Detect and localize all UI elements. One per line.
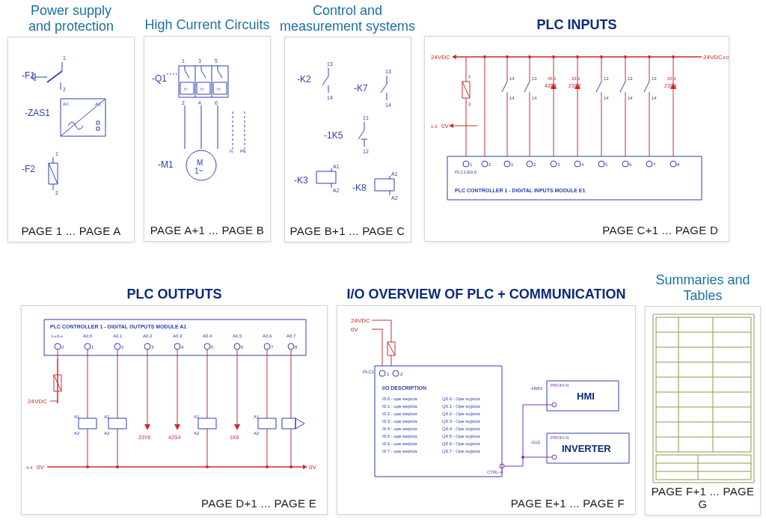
schematic-hcc: -Q1 1 3 5 I> I> bbox=[144, 37, 272, 224]
svg-text:6: 6 bbox=[215, 100, 218, 106]
svg-point-240 bbox=[116, 465, 119, 468]
svg-marker-197 bbox=[174, 424, 180, 430]
panel-outputs: PLC CONTROLLER 1 - DIGITAL OUTPUTS MODUL… bbox=[21, 305, 328, 515]
svg-text:N: N bbox=[230, 149, 233, 153]
svg-text:I0.3 - ope wejścia: I0.3 - ope wejścia bbox=[382, 419, 417, 424]
svg-text:A1: A1 bbox=[194, 415, 200, 419]
svg-text:14: 14 bbox=[327, 95, 333, 100]
row-bottom: PLC OUTPUTS PLC CONTROLLER 1 - DIGITAL O… bbox=[7, 272, 759, 519]
svg-text:Q0.1 - Ope wyjścia: Q0.1 - Ope wyjścia bbox=[442, 404, 480, 409]
svg-text:13: 13 bbox=[385, 69, 391, 74]
svg-line-88 bbox=[462, 82, 470, 98]
svg-line-28 bbox=[201, 70, 206, 78]
svg-text:A2: A2 bbox=[104, 431, 110, 435]
svg-text:PROFI-N: PROFI-N bbox=[551, 383, 569, 388]
svg-text:PE: PE bbox=[240, 149, 246, 153]
svg-text:A0.2: A0.2 bbox=[143, 334, 153, 338]
svg-point-239 bbox=[86, 465, 89, 468]
svg-text:0V: 0V bbox=[351, 326, 358, 333]
schematic-control: -K2 13 14 -K7 13 14 -1K5 bbox=[285, 37, 412, 224]
svg-text:14: 14 bbox=[509, 96, 515, 100]
svg-rect-299 bbox=[656, 455, 751, 480]
svg-text:23S4: 23S4 bbox=[664, 83, 676, 88]
svg-text:12: 12 bbox=[363, 149, 369, 154]
svg-text:1K6: 1K6 bbox=[230, 435, 239, 440]
svg-line-16 bbox=[49, 163, 58, 184]
svg-text:23S2: 23S2 bbox=[569, 83, 580, 88]
svg-text:2: 2 bbox=[63, 87, 66, 92]
col-tables: Summaries and Tables bbox=[645, 272, 761, 519]
svg-text:24VDC: 24VDC bbox=[431, 54, 450, 61]
svg-rect-287 bbox=[653, 314, 754, 483]
title-comm: I/O OVERVIEW OF PLC + COMMUNICATION bbox=[347, 272, 626, 305]
title-hcc: High Current Circuits bbox=[144, 3, 269, 36]
svg-rect-203 bbox=[198, 418, 216, 429]
svg-text:I0.4 - ope wejścia: I0.4 - ope wejścia bbox=[382, 426, 417, 431]
svg-text:13: 13 bbox=[327, 61, 333, 67]
svg-rect-12 bbox=[96, 127, 99, 130]
svg-text:I0.5 - ope wejścia: I0.5 - ope wejścia bbox=[382, 434, 417, 438]
svg-line-103 bbox=[524, 82, 530, 92]
svg-line-26 bbox=[185, 70, 189, 78]
inverter-text: INVERTER bbox=[562, 443, 611, 454]
svg-text:A1: A1 bbox=[333, 164, 340, 169]
col-outputs: PLC OUTPUTS PLC CONTROLLER 1 - DIGITAL O… bbox=[21, 272, 328, 519]
svg-text:A0.0: A0.0 bbox=[83, 334, 93, 338]
svg-text:I0.0 - ope wejścia: I0.0 - ope wejścia bbox=[382, 397, 417, 401]
svg-marker-85 bbox=[449, 123, 453, 128]
svg-text:A0.6: A0.6 bbox=[263, 334, 272, 338]
svg-text:11: 11 bbox=[363, 115, 369, 120]
label-1K5: -1K5 bbox=[324, 130, 343, 141]
svg-text:CTRL-4: CTRL-4 bbox=[487, 470, 503, 474]
svg-text:I/O DESCRIPTION: I/O DESCRIPTION bbox=[382, 385, 426, 391]
svg-line-30 bbox=[218, 70, 222, 78]
svg-rect-68 bbox=[316, 171, 336, 183]
svg-line-127 bbox=[620, 82, 625, 92]
svg-text:1~: 1~ bbox=[194, 167, 203, 175]
svg-text:PLC1: PLC1 bbox=[363, 370, 375, 374]
svg-text:1.3: 1.3 bbox=[431, 124, 438, 129]
svg-text:23Y6: 23Y6 bbox=[138, 435, 150, 440]
svg-text:PLC1:E0.0: PLC1:E0.0 bbox=[455, 170, 477, 174]
schematic-inputs: 24VDC 24VDC 4.0 1.3 0V 12 bbox=[425, 37, 730, 224]
col-control: Control and measurement systems -K2 13 1… bbox=[280, 3, 415, 250]
svg-marker-191 bbox=[144, 424, 150, 430]
svg-text:14: 14 bbox=[652, 96, 657, 100]
svg-text:4.0: 4.0 bbox=[723, 55, 729, 60]
svg-text:14: 14 bbox=[385, 103, 391, 108]
svg-point-242 bbox=[266, 465, 269, 468]
svg-text:AC: AC bbox=[63, 102, 70, 106]
svg-point-243 bbox=[289, 465, 292, 468]
svg-text:4: 4 bbox=[198, 100, 201, 106]
svg-text:Q0.0 - Ope wyjścia: Q0.0 - Ope wyjścia bbox=[442, 397, 480, 401]
svg-text:24VDC: 24VDC bbox=[28, 398, 47, 405]
svg-text:5: 5 bbox=[215, 58, 218, 64]
schematic-comm: 24VDC 0V PLC1 1 2 I/O DESCRIPTION I0.0 -… bbox=[337, 306, 637, 499]
svg-line-2 bbox=[47, 71, 62, 82]
svg-text:PLC CONTROLLER 1 - DIGITAL INP: PLC CONTROLLER 1 - DIGITAL INPUTS MODULE… bbox=[455, 188, 585, 193]
svg-text:13: 13 bbox=[604, 76, 609, 81]
svg-text:PROFI-N: PROFI-N bbox=[551, 435, 569, 440]
footer-power: PAGE 1 ... PAGE A bbox=[8, 224, 134, 237]
svg-text:I0.2 - ope wejścia: I0.2 - ope wejścia bbox=[382, 412, 417, 416]
svg-text:A0.7: A0.7 bbox=[287, 334, 296, 338]
svg-text:1: 1 bbox=[63, 55, 66, 61]
col-hcc: High Current Circuits -Q1 1 3 5 bbox=[144, 3, 271, 250]
svg-text:2: 2 bbox=[182, 100, 185, 106]
svg-text:25.4: 25.4 bbox=[667, 76, 676, 81]
label-M1: -M1 bbox=[158, 159, 174, 170]
table-sheet-icon bbox=[646, 307, 762, 500]
svg-text:I>: I> bbox=[217, 87, 221, 91]
svg-text:A1: A1 bbox=[74, 415, 80, 419]
svg-text:A2: A2 bbox=[74, 431, 80, 435]
input-drops: 13 14 13 14 bbox=[483, 55, 676, 156]
svg-rect-175 bbox=[79, 418, 96, 429]
svg-text:3: 3 bbox=[198, 58, 201, 64]
panel-power: -F1 1 2 -ZAS1 AC AC bbox=[7, 37, 135, 242]
svg-text:AC: AC bbox=[95, 102, 102, 106]
svg-text:Q0.2 - Ope wyjścia: Q0.2 - Ope wyjścia bbox=[442, 412, 480, 416]
svg-rect-225 bbox=[282, 418, 295, 429]
svg-text:2: 2 bbox=[468, 102, 471, 106]
schematic-power: -F1 1 2 -ZAS1 AC AC bbox=[8, 37, 135, 224]
hmi-text: HMI bbox=[577, 391, 595, 402]
